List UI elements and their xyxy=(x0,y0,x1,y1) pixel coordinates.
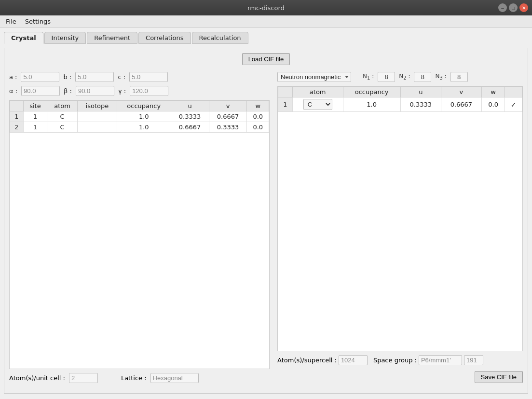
tab-bar: Crystal Intensity Refinement Correlation… xyxy=(4,32,528,44)
cell-u: 0.3333 xyxy=(171,111,209,122)
gamma-label: γ : xyxy=(118,87,126,95)
right-table: atom occupancy u v w 1 C xyxy=(278,86,522,112)
menu-bar: File Settings xyxy=(0,15,532,28)
tab-crystal[interactable]: Crystal xyxy=(4,32,43,44)
cell-occupancy: 1.0 xyxy=(117,122,171,133)
left-table: site atom isotope occupancy u v w 1 1 xyxy=(10,100,269,133)
cell-occupancy: 1.0 xyxy=(117,111,171,122)
alpha-input[interactable] xyxy=(21,86,60,96)
cell-atom: C xyxy=(47,122,78,133)
beta-input[interactable] xyxy=(76,86,114,96)
tab-correlations[interactable]: Correlations xyxy=(138,32,191,44)
right-table-container: atom occupancy u v w 1 C xyxy=(277,86,523,351)
neutron-row: Neutron nonmagnetic Neutron magnetic X-r… xyxy=(277,72,523,82)
main-area: Crystal Intensity Refinement Correlation… xyxy=(0,28,532,399)
load-btn-row: Load CIF file xyxy=(9,53,523,65)
a-input[interactable] xyxy=(21,72,59,82)
cell-v: 0.6667 xyxy=(209,111,247,122)
lattice-input[interactable] xyxy=(150,373,199,383)
n3-input[interactable] xyxy=(450,72,468,82)
gamma-input[interactable] xyxy=(130,86,168,96)
c-input[interactable] xyxy=(129,72,168,82)
atom-select[interactable]: C xyxy=(303,99,332,110)
cell-site: 1 xyxy=(23,111,47,122)
cell-site: 1 xyxy=(23,122,47,133)
two-columns: a : b : c : α : β : γ : xyxy=(9,72,523,383)
left-table-container: site atom isotope occupancy u v w 1 1 xyxy=(9,100,270,369)
load-cif-button[interactable]: Load CIF file xyxy=(242,53,290,65)
cell-v: 0.6667 xyxy=(441,97,481,112)
n1-input[interactable] xyxy=(378,72,395,82)
menu-settings[interactable]: Settings xyxy=(21,17,55,26)
cell-w: 0.0 xyxy=(247,111,269,122)
atoms-supercell-input[interactable] xyxy=(339,355,368,365)
app-title: rmc-discord xyxy=(247,4,285,12)
cell-atom[interactable]: C xyxy=(292,97,343,112)
right-col-u: u xyxy=(400,87,441,97)
window-controls: – □ ✕ xyxy=(498,3,528,12)
tab-content: Load CIF file a : b : c : α : β : xyxy=(4,48,528,394)
beta-label: β : xyxy=(64,87,72,95)
cell-w: 0.0 xyxy=(247,122,269,133)
title-bar: rmc-discord – □ ✕ xyxy=(0,0,532,15)
b-input[interactable] xyxy=(75,72,114,82)
col-header-v: v xyxy=(209,101,247,111)
space-group-input[interactable] xyxy=(419,355,462,365)
col-header-occupancy: occupancy xyxy=(117,101,171,111)
space-group-num-input[interactable] xyxy=(464,355,483,365)
right-col-empty xyxy=(278,87,293,97)
cell-u: 0.3333 xyxy=(400,97,441,112)
space-group-group: Space group : xyxy=(373,355,483,365)
cell-isotope xyxy=(78,122,117,133)
col-header-atom: atom xyxy=(47,101,78,111)
cell-v: 0.3333 xyxy=(209,122,247,133)
tab-recalculation[interactable]: Recalculation xyxy=(192,32,248,44)
right-col-w: w xyxy=(481,87,505,97)
atoms-supercell-label: Atom(s)/supercell : xyxy=(277,357,337,364)
save-cif-button[interactable]: Save CIF file xyxy=(475,371,523,383)
n1-label: N1 : xyxy=(363,73,374,81)
maximize-button[interactable]: □ xyxy=(509,3,518,12)
cell-atom: C xyxy=(47,111,78,122)
row-num: 2 xyxy=(10,122,24,133)
right-col-atom: atom xyxy=(292,87,343,97)
right-col-v: v xyxy=(441,87,481,97)
neutron-dropdown[interactable]: Neutron nonmagnetic Neutron magnetic X-r… xyxy=(277,72,351,82)
cell-occupancy: 1.0 xyxy=(343,97,400,112)
bottom-row-right: Atom(s)/supercell : Space group : Save C… xyxy=(277,355,523,383)
tab-refinement[interactable]: Refinement xyxy=(87,32,137,44)
menu-file[interactable]: File xyxy=(2,17,20,26)
n2-label: N2 : xyxy=(399,73,410,81)
tab-intensity[interactable]: Intensity xyxy=(44,32,86,44)
right-col-check xyxy=(505,87,522,97)
atoms-unit-cell-input[interactable] xyxy=(69,373,98,383)
cell-check[interactable]: ✓ xyxy=(505,97,522,112)
row-num: 1 xyxy=(10,111,24,122)
minimize-button[interactable]: – xyxy=(498,3,507,12)
table-row: 1 1 C 1.0 0.3333 0.6667 0.0 xyxy=(10,111,269,122)
lattice-row-1: a : b : c : xyxy=(9,72,270,82)
b-label: b : xyxy=(63,73,71,81)
col-header-site: site xyxy=(23,101,47,111)
alpha-label: α : xyxy=(9,87,17,95)
c-label: c : xyxy=(118,73,125,81)
n3-label: N3 : xyxy=(435,73,446,81)
n2-input[interactable] xyxy=(414,72,431,82)
cell-w: 0.0 xyxy=(481,97,505,112)
atoms-supercell-group: Atom(s)/supercell : xyxy=(277,355,368,365)
col-header-u: u xyxy=(171,101,209,111)
col-header-w: w xyxy=(247,101,269,111)
col-header-empty xyxy=(10,101,24,111)
table-row: 1 C 1.0 0.3333 0.6667 0.0 ✓ xyxy=(278,97,522,112)
table-row: 2 1 C 1.0 0.6667 0.3333 0.0 xyxy=(10,122,269,133)
right-col-occupancy: occupancy xyxy=(343,87,400,97)
close-button[interactable]: ✕ xyxy=(519,3,528,12)
cell-u: 0.6667 xyxy=(171,122,209,133)
lattice-label: Lattice : xyxy=(121,374,147,382)
lattice-row-2: α : β : γ : xyxy=(9,86,270,96)
cell-isotope xyxy=(78,111,117,122)
left-column: a : b : c : α : β : γ : xyxy=(9,72,270,383)
row-num: 1 xyxy=(278,97,293,112)
right-column: Neutron nonmagnetic Neutron magnetic X-r… xyxy=(277,72,523,383)
a-label: a : xyxy=(9,73,17,81)
